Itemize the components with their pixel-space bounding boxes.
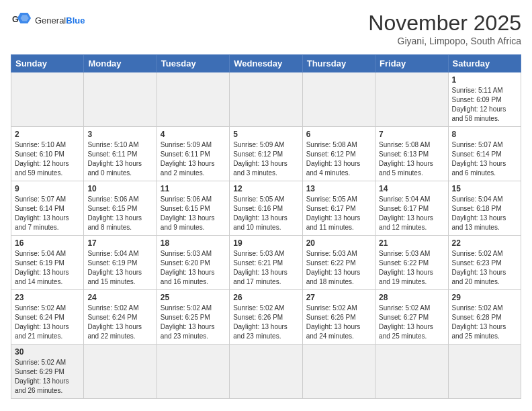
day-number: 5 — [233, 130, 298, 139]
day-number: 26 — [233, 293, 298, 302]
day-number: 3 — [87, 130, 152, 139]
logo: G GeneralBlue — [11, 11, 85, 30]
day-number: 9 — [15, 184, 80, 193]
calendar-cell: 18Sunrise: 5:03 AM Sunset: 6:20 PM Dayli… — [157, 236, 229, 290]
calendar-week-row: 30Sunrise: 5:02 AM Sunset: 6:29 PM Dayli… — [11, 345, 521, 399]
calendar-week-row: 2Sunrise: 5:10 AM Sunset: 6:10 PM Daylig… — [11, 127, 521, 181]
calendar-cell: 30Sunrise: 5:02 AM Sunset: 6:29 PM Dayli… — [11, 345, 84, 399]
day-number: 25 — [161, 293, 226, 302]
day-info: Sunrise: 5:02 AM Sunset: 6:27 PM Dayligh… — [379, 304, 444, 341]
day-info: Sunrise: 5:07 AM Sunset: 6:14 PM Dayligh… — [15, 195, 80, 232]
calendar-subtitle: Giyani, Limpopo, South Africa — [368, 36, 521, 46]
day-number: 14 — [379, 184, 444, 193]
day-number: 30 — [15, 347, 80, 357]
day-info: Sunrise: 5:02 AM Sunset: 6:24 PM Dayligh… — [87, 304, 152, 341]
calendar-cell: 14Sunrise: 5:04 AM Sunset: 6:17 PM Dayli… — [375, 181, 448, 236]
calendar-cell — [230, 345, 302, 399]
day-info: Sunrise: 5:04 AM Sunset: 6:18 PM Dayligh… — [452, 195, 517, 232]
day-info: Sunrise: 5:11 AM Sunset: 6:09 PM Dayligh… — [452, 86, 517, 124]
calendar-week-row: 1Sunrise: 5:11 AM Sunset: 6:09 PM Daylig… — [11, 73, 521, 127]
day-number: 8 — [452, 130, 517, 139]
day-number: 7 — [379, 130, 444, 139]
day-number: 20 — [306, 238, 371, 248]
day-number: 15 — [452, 184, 517, 193]
calendar-cell: 24Sunrise: 5:02 AM Sunset: 6:24 PM Dayli… — [84, 290, 157, 345]
day-number: 11 — [161, 184, 226, 193]
day-number: 29 — [452, 293, 517, 302]
calendar-cell: 17Sunrise: 5:04 AM Sunset: 6:19 PM Dayli… — [84, 236, 157, 290]
day-info: Sunrise: 5:02 AM Sunset: 6:29 PM Dayligh… — [15, 358, 80, 396]
day-number: 27 — [306, 293, 371, 302]
day-number: 1 — [452, 75, 517, 85]
calendar-cell: 29Sunrise: 5:02 AM Sunset: 6:28 PM Dayli… — [448, 290, 521, 345]
day-number: 12 — [233, 184, 298, 193]
day-info: Sunrise: 5:03 AM Sunset: 6:22 PM Dayligh… — [306, 249, 371, 287]
day-info: Sunrise: 5:05 AM Sunset: 6:16 PM Dayligh… — [233, 195, 298, 232]
calendar-title: November 2025 — [368, 11, 521, 36]
day-info: Sunrise: 5:04 AM Sunset: 6:17 PM Dayligh… — [379, 195, 444, 232]
calendar-cell — [84, 73, 157, 127]
weekday-header-monday: Monday — [84, 55, 157, 73]
calendar-cell: 7Sunrise: 5:08 AM Sunset: 6:13 PM Daylig… — [375, 127, 448, 181]
calendar-cell: 10Sunrise: 5:06 AM Sunset: 6:15 PM Dayli… — [84, 181, 157, 236]
weekday-header-saturday: Saturday — [448, 55, 521, 73]
day-number: 21 — [379, 238, 444, 248]
day-info: Sunrise: 5:09 AM Sunset: 6:11 PM Dayligh… — [161, 140, 226, 178]
calendar-cell — [11, 73, 84, 127]
calendar-cell: 4Sunrise: 5:09 AM Sunset: 6:11 PM Daylig… — [157, 127, 229, 181]
logo-text: GeneralBlue — [35, 15, 85, 26]
calendar-cell — [375, 345, 448, 399]
day-info: Sunrise: 5:02 AM Sunset: 6:25 PM Dayligh… — [161, 304, 226, 341]
calendar-cell: 5Sunrise: 5:09 AM Sunset: 6:12 PM Daylig… — [230, 127, 302, 181]
calendar-cell: 25Sunrise: 5:02 AM Sunset: 6:25 PM Dayli… — [157, 290, 229, 345]
day-info: Sunrise: 5:07 AM Sunset: 6:14 PM Dayligh… — [452, 140, 517, 178]
day-info: Sunrise: 5:03 AM Sunset: 6:20 PM Dayligh… — [161, 249, 226, 287]
calendar-cell: 20Sunrise: 5:03 AM Sunset: 6:22 PM Dayli… — [302, 236, 375, 290]
calendar-cell: 1Sunrise: 5:11 AM Sunset: 6:09 PM Daylig… — [448, 73, 521, 127]
day-info: Sunrise: 5:05 AM Sunset: 6:17 PM Dayligh… — [306, 195, 371, 232]
day-info: Sunrise: 5:04 AM Sunset: 6:19 PM Dayligh… — [87, 249, 152, 287]
day-number: 23 — [15, 293, 80, 302]
day-info: Sunrise: 5:08 AM Sunset: 6:13 PM Dayligh… — [379, 140, 444, 178]
day-info: Sunrise: 5:03 AM Sunset: 6:21 PM Dayligh… — [233, 249, 298, 287]
day-number: 24 — [87, 293, 152, 302]
day-number: 22 — [452, 238, 517, 248]
calendar-cell: 15Sunrise: 5:04 AM Sunset: 6:18 PM Dayli… — [448, 181, 521, 236]
weekday-header-tuesday: Tuesday — [157, 55, 229, 73]
calendar-cell: 26Sunrise: 5:02 AM Sunset: 6:26 PM Dayli… — [230, 290, 302, 345]
calendar-table: SundayMondayTuesdayWednesdayThursdayFrid… — [11, 54, 521, 399]
day-number: 4 — [161, 130, 226, 139]
day-info: Sunrise: 5:06 AM Sunset: 6:15 PM Dayligh… — [87, 195, 152, 232]
calendar-cell — [157, 345, 229, 399]
calendar-cell: 23Sunrise: 5:02 AM Sunset: 6:24 PM Dayli… — [11, 290, 84, 345]
calendar-cell: 9Sunrise: 5:07 AM Sunset: 6:14 PM Daylig… — [11, 181, 84, 236]
header: G GeneralBlue November 2025 Giyani, Limp… — [11, 11, 521, 46]
calendar-cell: 16Sunrise: 5:04 AM Sunset: 6:19 PM Dayli… — [11, 236, 84, 290]
calendar-week-row: 9Sunrise: 5:07 AM Sunset: 6:14 PM Daylig… — [11, 181, 521, 236]
day-info: Sunrise: 5:02 AM Sunset: 6:24 PM Dayligh… — [15, 304, 80, 341]
calendar-cell — [302, 73, 375, 127]
day-number: 13 — [306, 184, 371, 193]
calendar-cell — [230, 73, 302, 127]
weekday-header-sunday: Sunday — [11, 55, 84, 73]
calendar-cell: 11Sunrise: 5:06 AM Sunset: 6:15 PM Dayli… — [157, 181, 229, 236]
calendar-cell: 6Sunrise: 5:08 AM Sunset: 6:12 PM Daylig… — [302, 127, 375, 181]
day-info: Sunrise: 5:03 AM Sunset: 6:22 PM Dayligh… — [379, 249, 444, 287]
calendar-cell — [84, 345, 157, 399]
calendar-cell — [302, 345, 375, 399]
weekday-header-thursday: Thursday — [302, 55, 375, 73]
calendar-cell: 28Sunrise: 5:02 AM Sunset: 6:27 PM Dayli… — [375, 290, 448, 345]
calendar-cell: 8Sunrise: 5:07 AM Sunset: 6:14 PM Daylig… — [448, 127, 521, 181]
day-number: 16 — [15, 238, 80, 248]
calendar-week-row: 16Sunrise: 5:04 AM Sunset: 6:19 PM Dayli… — [11, 236, 521, 290]
calendar-body: 1Sunrise: 5:11 AM Sunset: 6:09 PM Daylig… — [11, 73, 521, 399]
calendar-cell: 19Sunrise: 5:03 AM Sunset: 6:21 PM Dayli… — [230, 236, 302, 290]
day-number: 17 — [87, 238, 152, 248]
day-info: Sunrise: 5:08 AM Sunset: 6:12 PM Dayligh… — [306, 140, 371, 178]
weekday-header-row: SundayMondayTuesdayWednesdayThursdayFrid… — [11, 55, 521, 73]
calendar-cell: 22Sunrise: 5:02 AM Sunset: 6:23 PM Dayli… — [448, 236, 521, 290]
day-info: Sunrise: 5:10 AM Sunset: 6:10 PM Dayligh… — [15, 140, 80, 178]
calendar-cell: 21Sunrise: 5:03 AM Sunset: 6:22 PM Dayli… — [375, 236, 448, 290]
day-number: 10 — [87, 184, 152, 193]
calendar-cell — [448, 345, 521, 399]
